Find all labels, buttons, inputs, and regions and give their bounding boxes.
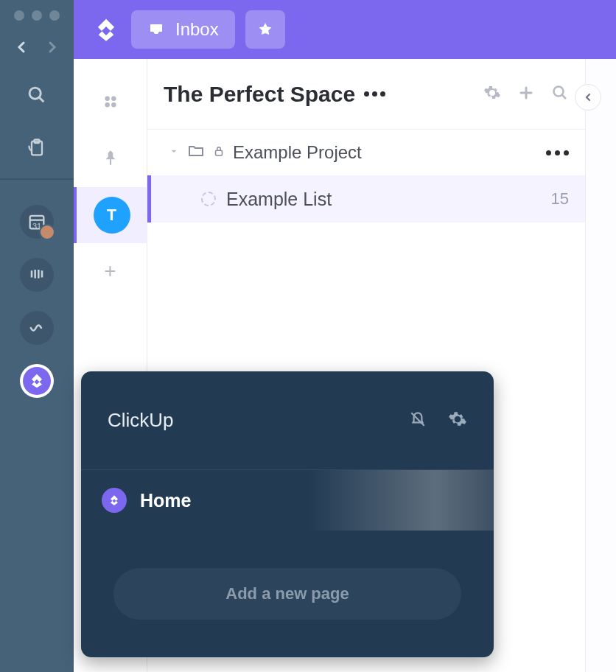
popover-settings-icon[interactable] bbox=[448, 410, 467, 432]
topbar: Inbox bbox=[74, 0, 616, 59]
space-more-icon[interactable] bbox=[364, 91, 385, 97]
svg-point-12 bbox=[105, 102, 110, 108]
svg-point-10 bbox=[105, 96, 110, 101]
popover-home-label: Home bbox=[140, 490, 191, 511]
add-new-page-button[interactable]: Add a new page bbox=[113, 568, 461, 620]
list-status-icon bbox=[201, 192, 216, 206]
traffic-maximize[interactable] bbox=[49, 10, 60, 21]
inbox-button[interactable]: Inbox bbox=[131, 10, 235, 49]
project-more-icon[interactable] bbox=[546, 150, 569, 155]
clickup-popover: ClickUp Home Add a new page bbox=[81, 371, 494, 657]
settings-icon[interactable] bbox=[483, 84, 501, 105]
favorites-button[interactable] bbox=[245, 10, 285, 49]
svg-point-13 bbox=[111, 102, 116, 108]
team-letter: T bbox=[107, 206, 116, 225]
space-header: The Perfect Space bbox=[147, 59, 585, 130]
collapse-sidebar-button[interactable] bbox=[575, 84, 601, 111]
space-team-button[interactable]: T bbox=[74, 187, 147, 243]
spaces-overview-button[interactable] bbox=[74, 75, 147, 131]
chevron-left-icon bbox=[582, 91, 594, 103]
team-avatar: T bbox=[94, 197, 130, 234]
nav-arrows bbox=[13, 38, 61, 60]
popover-title: ClickUp bbox=[108, 409, 174, 432]
project-row[interactable]: Example Project bbox=[147, 130, 585, 175]
app-root: 31 Inbox bbox=[0, 0, 616, 672]
rail-calendar-icon[interactable]: 31 bbox=[20, 205, 54, 239]
popover-home-item[interactable]: Home bbox=[81, 470, 494, 531]
traffic-close[interactable] bbox=[14, 10, 24, 21]
project-name: Example Project bbox=[233, 142, 362, 163]
clickup-logo-icon[interactable] bbox=[91, 15, 121, 44]
rail-clickup-active-icon[interactable] bbox=[20, 364, 54, 398]
search-icon[interactable] bbox=[551, 84, 569, 105]
pin-icon bbox=[101, 148, 120, 170]
traffic-minimize[interactable] bbox=[32, 10, 42, 21]
nav-back-icon[interactable] bbox=[13, 38, 30, 60]
inbox-label: Inbox bbox=[175, 19, 219, 40]
popover-footer: Add a new page bbox=[81, 531, 494, 657]
notifications-off-icon[interactable] bbox=[408, 410, 427, 432]
list-name: Example List bbox=[226, 189, 332, 210]
rail-clipboard-icon[interactable] bbox=[20, 131, 54, 165]
chevron-down-icon[interactable] bbox=[168, 145, 180, 160]
svg-point-17 bbox=[554, 86, 564, 96]
svg-rect-19 bbox=[216, 150, 223, 155]
inbox-icon bbox=[147, 21, 165, 38]
rail-intercom-icon[interactable] bbox=[20, 258, 54, 292]
pinned-button[interactable] bbox=[74, 131, 147, 187]
space-header-actions bbox=[483, 84, 569, 105]
right-gutter bbox=[585, 59, 616, 672]
popover-header: ClickUp bbox=[81, 371, 494, 470]
svg-line-18 bbox=[562, 95, 566, 99]
add-space-button[interactable]: + bbox=[74, 243, 147, 299]
add-new-page-label: Add a new page bbox=[225, 584, 349, 603]
list-row[interactable]: Example List 15 bbox=[147, 175, 585, 223]
grid-dots-icon bbox=[101, 92, 120, 114]
popover-home-icon bbox=[102, 488, 127, 513]
rail-wave-icon[interactable] bbox=[20, 311, 54, 345]
svg-point-11 bbox=[111, 96, 116, 101]
add-plus-icon[interactable] bbox=[517, 84, 535, 105]
lock-icon bbox=[212, 144, 225, 161]
folder-icon bbox=[187, 142, 205, 163]
svg-point-0 bbox=[29, 88, 41, 99]
nav-forward-icon[interactable] bbox=[43, 38, 61, 60]
plus-icon: + bbox=[104, 259, 116, 283]
list-count: 15 bbox=[551, 189, 569, 209]
svg-line-1 bbox=[40, 98, 44, 102]
rail-search-icon[interactable] bbox=[20, 78, 54, 112]
calendar-user-avatar bbox=[39, 224, 55, 240]
star-icon bbox=[256, 21, 274, 38]
space-title: The Perfect Space bbox=[164, 82, 355, 107]
app-rail-apps: 31 bbox=[0, 180, 74, 417]
window-traffic-lights bbox=[14, 10, 60, 21]
